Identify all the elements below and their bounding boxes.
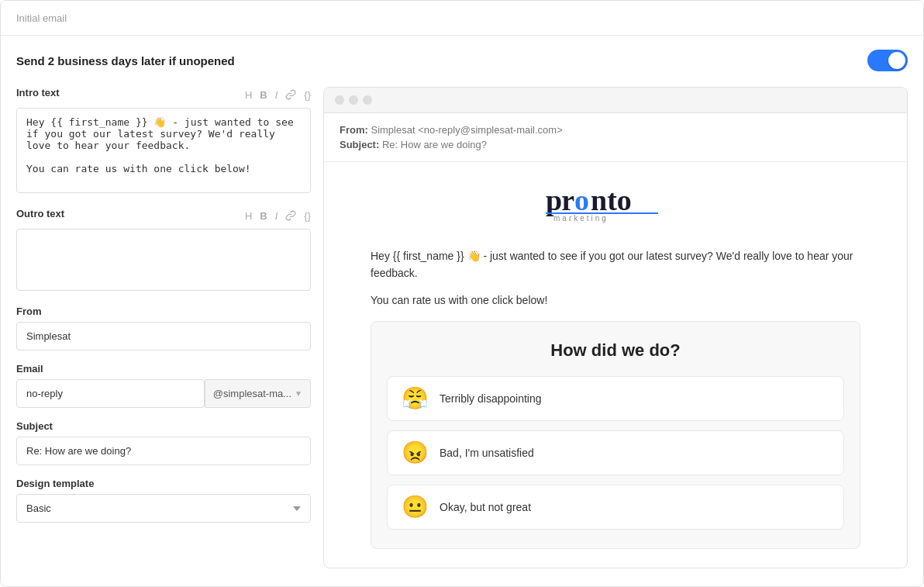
- from-label: From: [16, 306, 311, 317]
- email-meta: From: Simplesat <no-reply@simplesat-mail…: [324, 113, 907, 162]
- svg-text:marketing: marketing: [553, 214, 609, 223]
- bold-icon[interactable]: B: [260, 90, 267, 100]
- page-header-title: Initial email: [16, 12, 67, 24]
- pronto-logo: pr o nto marketing: [538, 181, 693, 226]
- svg-text:nto: nto: [591, 184, 632, 216]
- email-body-text-2: You can rate us with one click below!: [371, 292, 860, 309]
- from-input[interactable]: Simplesat: [16, 322, 311, 350]
- subject-input[interactable]: Re: How are we doing?: [16, 437, 311, 465]
- design-field-group: Design template Basic: [16, 478, 311, 523]
- from-label-text: From:: [340, 124, 368, 136]
- outro-code-icon[interactable]: {}: [304, 211, 311, 221]
- from-value-text: Simplesat <no-reply@simplesat-mail.com>: [371, 124, 562, 136]
- email-label: Email: [16, 363, 311, 375]
- browser-dot-2: [349, 95, 358, 105]
- intro-toolbar-row: Intro text H B I {}: [16, 87, 311, 103]
- send-label: Send 2 business days later if unopened: [16, 54, 235, 67]
- svg-text:o: o: [574, 184, 589, 216]
- survey-option-1[interactable]: 😤 Terribly disappointing: [387, 376, 844, 421]
- survey-emoji-1: 😤: [402, 388, 429, 409]
- survey-option-2[interactable]: 😠 Bad, I'm unsatisfied: [387, 430, 844, 475]
- email-field-group: Email no-reply @simplesat-ma... ▼: [16, 363, 311, 408]
- email-body-text-1: Hey {{ first_name }} 👋 - just wanted to …: [371, 247, 860, 282]
- survey-section: How did we do? 😤 Terribly disappointing …: [371, 321, 860, 549]
- outro-link-icon[interactable]: [285, 210, 296, 223]
- intro-textarea[interactable]: Hey {{ first_name }} 👋 - just wanted to …: [16, 108, 311, 193]
- intro-field-group: Intro text H B I {} Hey {{ first_name }}…: [16, 87, 311, 195]
- subject-label: Subject: [16, 420, 311, 432]
- subject-field-group: Subject Re: How are we doing?: [16, 420, 311, 465]
- logo-area: pr o nto marketing: [371, 181, 860, 226]
- email-row: no-reply @simplesat-ma... ▼: [16, 379, 311, 408]
- survey-option-text-3: Okay, but not great: [440, 501, 531, 513]
- email-subject-line: Subject: Re: How are we doing?: [340, 139, 891, 150]
- link-icon[interactable]: [285, 89, 296, 102]
- survey-title: How did we do?: [387, 340, 844, 361]
- design-label: Design template: [16, 478, 311, 489]
- from-field-group: From Simplesat: [16, 306, 311, 350]
- email-preview-body[interactable]: From: Simplesat <no-reply@simplesat-mail…: [324, 113, 907, 568]
- italic-icon[interactable]: I: [275, 90, 278, 100]
- outro-field-group: Outro text H B I {}: [16, 208, 311, 293]
- code-icon[interactable]: {}: [304, 90, 311, 100]
- two-col-layout: Intro text H B I {} Hey {{ first_name }}…: [16, 87, 908, 568]
- outro-heading-icon[interactable]: H: [245, 211, 252, 221]
- email-domain-select[interactable]: @simplesat-ma... ▼: [205, 379, 311, 408]
- email-content: pr o nto marketing Hey {{ first_name: [324, 162, 907, 568]
- browser-dot-3: [363, 95, 372, 105]
- email-preview-panel: From: Simplesat <no-reply@simplesat-mail…: [323, 87, 908, 568]
- email-domain-text: @simplesat-ma...: [213, 388, 291, 399]
- outro-bold-icon[interactable]: B: [260, 211, 267, 221]
- intro-label: Intro text: [16, 87, 60, 98]
- survey-option-3[interactable]: 😐 Okay, but not great: [387, 485, 844, 530]
- design-select[interactable]: Basic: [16, 494, 311, 523]
- left-panel: Intro text H B I {} Hey {{ first_name }}…: [16, 87, 311, 535]
- survey-option-text-1: Terribly disappointing: [440, 392, 542, 405]
- subject-value-text: Re: How are we doing?: [382, 139, 487, 150]
- subject-label-text: Subject:: [340, 139, 379, 150]
- heading-icon[interactable]: H: [245, 90, 252, 100]
- outro-toolbar: H B I {}: [245, 210, 311, 223]
- outro-label: Outro text: [16, 208, 64, 219]
- send-row: Send 2 business days later if unopened: [16, 50, 908, 71]
- outro-toolbar-row: Outro text H B I {}: [16, 208, 311, 224]
- outro-italic-icon[interactable]: I: [275, 211, 278, 221]
- intro-toolbar: H B I {}: [245, 89, 311, 102]
- survey-emoji-2: 😠: [402, 442, 429, 464]
- browser-dot-1: [335, 95, 344, 105]
- toggle-knob: [888, 52, 905, 69]
- svg-text:pr: pr: [546, 184, 574, 216]
- send-toggle[interactable]: [867, 50, 908, 71]
- chevron-down-icon: ▼: [295, 389, 302, 398]
- email-prefix-input[interactable]: no-reply: [16, 379, 205, 408]
- email-from-line: From: Simplesat <no-reply@simplesat-mail…: [340, 124, 891, 136]
- survey-option-text-2: Bad, I'm unsatisfied: [440, 447, 534, 459]
- main-section: Send 2 business days later if unopened I…: [1, 36, 923, 568]
- browser-bar: [324, 88, 907, 113]
- survey-emoji-3: 😐: [402, 496, 429, 518]
- outro-textarea[interactable]: [16, 229, 311, 291]
- page-header: Initial email: [1, 1, 923, 36]
